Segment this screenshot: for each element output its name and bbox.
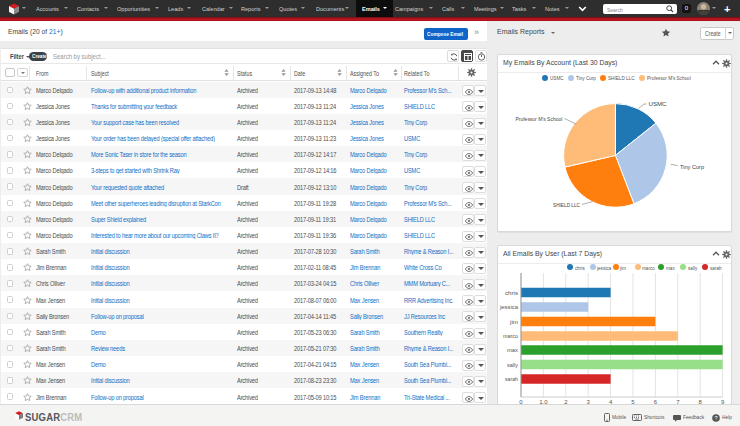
svg-text:SHIELD LLC: SHIELD LLC: [553, 201, 580, 208]
svg-text:jessica: jessica: [499, 304, 519, 310]
svg-text:chris: chris: [505, 290, 518, 296]
svg-text:Professor M's School: Professor M's School: [516, 115, 563, 122]
svg-text:sally: sally: [507, 362, 518, 368]
svg-text:USMC: USMC: [649, 100, 668, 107]
svg-text:jim: jim: [509, 319, 518, 325]
svg-text:max: max: [507, 347, 518, 353]
svg-text:Tiny Corp: Tiny Corp: [680, 163, 705, 170]
svg-text:?: ?: [714, 415, 717, 421]
svg-text:marco: marco: [503, 333, 519, 339]
svg-text:sarah: sarah: [505, 376, 518, 382]
